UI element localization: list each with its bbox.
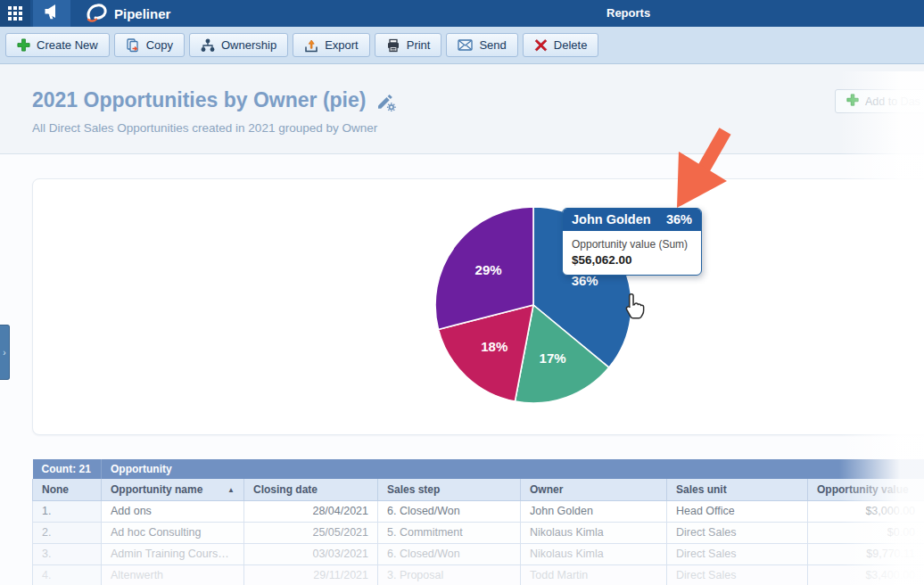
- column-header-opportunity-name[interactable]: ▲Opportunity name: [102, 479, 244, 500]
- export-button[interactable]: Export: [293, 33, 370, 57]
- pipeliner-logo: Pipeliner: [85, 2, 170, 26]
- table-group-label: Opportunity: [102, 459, 924, 479]
- button-label: Send: [479, 38, 506, 52]
- send-envelope-icon: [458, 39, 473, 51]
- button-label: Copy: [146, 38, 173, 52]
- ownership-button[interactable]: Ownership: [189, 33, 288, 57]
- report-header: 2021 Opportunities by Owner (pie) All Di…: [0, 64, 924, 154]
- column-header-closing-date[interactable]: Closing date: [244, 479, 378, 500]
- table-group-header: Count: 21 Opportunity: [33, 459, 924, 479]
- cell-sales-step: 3. Proposal: [378, 564, 521, 585]
- cell-opportunity-value: $0.00: [808, 522, 924, 543]
- cell-sales-step: 6. Closed/Won: [378, 500, 521, 522]
- ownership-icon: [201, 38, 215, 53]
- cell-sales-unit: Head Office: [667, 500, 808, 522]
- cell-opportunity-value: $3,400.00: [808, 564, 924, 585]
- pie-slice-label: 17%: [540, 350, 566, 366]
- button-label: Create New: [37, 38, 98, 52]
- cell-closing-date: 03/03/2021: [244, 543, 378, 564]
- delete-button[interactable]: Delete: [523, 33, 599, 57]
- copy-button[interactable]: Copy: [114, 33, 185, 57]
- announcements-button[interactable]: [33, 0, 70, 27]
- tooltip-percent: 36%: [666, 212, 692, 227]
- button-label: Print: [407, 38, 431, 52]
- cell-sales-unit: Direct Sales: [667, 564, 808, 585]
- button-label: Export: [325, 38, 359, 52]
- cell-sales-step: 6. Closed/Won: [378, 543, 521, 564]
- cell-closing-date: 29/11/2021: [244, 564, 378, 585]
- cell-sales-unit: Direct Sales: [667, 522, 808, 543]
- cell-opportunity-name: Add ons: [102, 500, 244, 522]
- send-button[interactable]: Send: [446, 33, 517, 57]
- column-header-none[interactable]: None: [33, 479, 102, 500]
- expand-side-panel-button[interactable]: ›: [0, 325, 10, 380]
- tooltip-owner: John Golden: [572, 212, 651, 227]
- export-icon: [304, 38, 318, 53]
- delete-x-icon: [534, 38, 548, 52]
- row-number: 4.: [33, 564, 102, 585]
- sort-asc-icon: ▲: [227, 486, 235, 494]
- tooltip-metric-value: $56,062.00: [572, 253, 692, 267]
- column-header-owner[interactable]: Owner: [521, 479, 667, 500]
- report-subtitle: All Direct Sales Opportunities created i…: [32, 121, 377, 135]
- row-number: 1.: [33, 500, 102, 522]
- pie-slice-label: 18%: [481, 339, 507, 354]
- cell-owner: John Golden: [521, 500, 667, 522]
- row-number: 3.: [33, 543, 102, 564]
- table-count: Count: 21: [33, 459, 102, 479]
- cell-sales-unit: Direct Sales: [667, 543, 808, 564]
- print-icon: [386, 38, 400, 53]
- opportunities-table: Count: 21 Opportunity None ▲Opportunity …: [32, 459, 924, 585]
- cell-opportunity-value: $9,770.11: [808, 543, 924, 564]
- cell-sales-step: 5. Commitment: [378, 522, 521, 543]
- table-row[interactable]: 2. Ad hoc Consulting 25/05/2021 5. Commi…: [33, 522, 924, 543]
- cell-opportunity-name: Altenwerth: [102, 564, 244, 585]
- column-header-sales-unit[interactable]: Sales unit: [667, 479, 808, 500]
- chart-tooltip: John Golden 36% Opportunity value (Sum) …: [562, 208, 702, 276]
- megaphone-icon: [43, 4, 61, 23]
- cell-opportunity-name: Ad hoc Consulting: [102, 522, 244, 543]
- column-header-sales-step[interactable]: Sales step: [378, 479, 521, 500]
- create-new-button[interactable]: Create New: [5, 33, 110, 57]
- table-row[interactable]: 4. Altenwerth 29/11/2021 3. Proposal Tod…: [33, 564, 924, 585]
- pipeliner-reports-screen: Pipeliner Reports Create New Copy Owners…: [0, 0, 924, 585]
- cell-owner: Nikolaus Kimla: [521, 522, 667, 543]
- column-header-opportunity-value[interactable]: Opportunity value: [808, 479, 924, 500]
- pie-slice-label: 29%: [475, 262, 502, 277]
- topbar: Pipeliner Reports: [0, 0, 924, 27]
- edit-report-settings-icon[interactable]: [375, 90, 398, 113]
- app-grid-button[interactable]: [0, 0, 30, 27]
- page-title: 2021 Opportunities by Owner (pie): [32, 87, 398, 113]
- plus-icon: [17, 38, 30, 52]
- report-title-text: 2021 Opportunities by Owner (pie): [32, 88, 366, 112]
- toolbar: Create New Copy Ownership Export Print S…: [0, 27, 924, 64]
- tooltip-body: Opportunity value (Sum) $56,062.00: [563, 231, 701, 275]
- cell-closing-date: 28/04/2021: [244, 500, 378, 522]
- pipeliner-swirl-icon: [85, 2, 108, 26]
- button-label: Ownership: [221, 38, 276, 52]
- copy-icon: [126, 38, 140, 53]
- cell-opportunity-value: $3,000.00: [808, 500, 924, 522]
- nav-title-reports[interactable]: Reports: [606, 0, 650, 27]
- add-to-dashboard-button[interactable]: Add to Das: [835, 89, 924, 113]
- table-row[interactable]: 3. Admin Training Course a... 03/03/2021…: [33, 543, 924, 564]
- cell-closing-date: 25/05/2021: [244, 522, 378, 543]
- cell-owner: Todd Martin: [521, 564, 667, 585]
- button-label: Add to Das: [865, 95, 920, 108]
- button-label: Delete: [554, 38, 588, 52]
- tooltip-header: John Golden 36%: [563, 209, 701, 231]
- table-row[interactable]: 1. Add ons 28/04/2021 6. Closed/Won John…: [33, 500, 924, 522]
- cell-owner: Nikolaus Kimla: [521, 543, 667, 564]
- tooltip-metric-label: Opportunity value (Sum): [572, 238, 692, 251]
- plus-icon: [846, 94, 859, 109]
- print-button[interactable]: Print: [375, 33, 442, 57]
- table-column-headers: None ▲Opportunity name Closing date Sale…: [33, 479, 924, 500]
- cell-opportunity-name: Admin Training Course a...: [102, 543, 244, 564]
- grid-icon: [8, 6, 22, 21]
- row-number: 2.: [33, 522, 102, 543]
- chevron-right-icon: ›: [3, 348, 5, 358]
- app-title: Pipeliner: [114, 6, 170, 21]
